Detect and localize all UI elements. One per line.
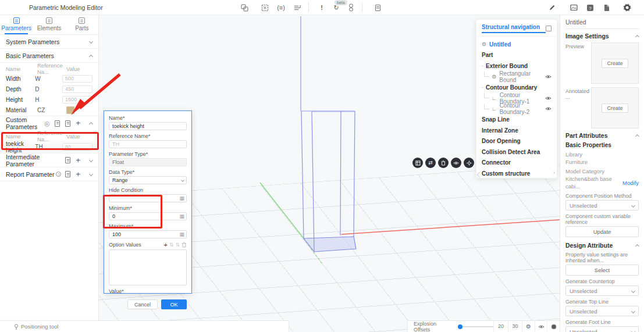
tree-item-internal-zone[interactable]: Internal Zone	[476, 125, 557, 136]
bounding-box-icon[interactable]	[260, 3, 269, 12]
panel-collapse-chevron[interactable]: ›	[553, 170, 555, 176]
slider-track[interactable]	[458, 326, 493, 327]
edit-pencil-icon[interactable]	[547, 3, 557, 12]
add-custom-parameter-button[interactable]: +	[76, 120, 80, 126]
move-up-icon[interactable]: ⇅	[169, 242, 174, 248]
image-export-icon[interactable]	[569, 3, 578, 12]
update-button[interactable]: Update	[565, 226, 639, 237]
tree-item-untitled[interactable]: ⚙ Untitled	[476, 39, 557, 50]
tree-item-snap-line[interactable]: Snap Line	[476, 115, 557, 126]
width-value-input[interactable]	[62, 75, 92, 83]
tree-item-contour-boundary-2[interactable]: ∟ Contour Boundary-2	[476, 103, 557, 115]
tree-item-part[interactable]: Part	[476, 50, 557, 61]
add-report-parameter-button[interactable]: +	[76, 172, 80, 177]
image-settings-header[interactable]: Image Settings	[565, 33, 639, 40]
warning-icon[interactable]: !	[317, 3, 326, 12]
expand-panel-icon[interactable]	[546, 26, 552, 31]
sync-parameter-icon[interactable]: ◎	[44, 120, 49, 127]
export-document-icon[interactable]	[373, 3, 382, 12]
create-annotated-button[interactable]: Create	[602, 103, 628, 113]
add-intermediate-parameter-button[interactable]: +	[76, 158, 80, 163]
tree-item-connector[interactable]: Connector	[476, 158, 557, 169]
height-value-input[interactable]	[62, 96, 92, 103]
tab-elements[interactable]: Elements	[33, 15, 65, 34]
render-settings-button[interactable]	[464, 158, 474, 168]
align-list-icon[interactable]	[293, 3, 302, 12]
material-swatch[interactable]	[66, 106, 74, 114]
create-preview-button[interactable]: Create	[602, 59, 628, 68]
ok-button[interactable]: OK	[161, 299, 187, 309]
swap-button[interactable]: ⇄	[425, 158, 436, 168]
modify-link[interactable]: Modify	[622, 180, 639, 186]
parameter-type-input[interactable]	[109, 158, 187, 166]
section-custom-parameters[interactable]: Custom Parameters ◎ +	[0, 116, 98, 130]
document-icon[interactable]	[602, 3, 611, 12]
maximum-input[interactable]	[109, 230, 187, 238]
delete-option-icon[interactable]	[182, 242, 187, 248]
component-name-field[interactable]: Untitled	[565, 19, 639, 29]
formula-editor-icon[interactable]: ▦	[179, 195, 184, 201]
table-row-toekick-height[interactable]: toekick height TH	[0, 141, 98, 153]
move-down-icon[interactable]: ⇅	[175, 242, 180, 248]
sphere-icon[interactable]	[547, 321, 560, 332]
offset-value-30[interactable]: 30	[508, 321, 522, 332]
visibility-eye-icon[interactable]	[545, 106, 552, 111]
help-icon[interactable]: ?	[585, 3, 595, 12]
visibility-button[interactable]	[451, 158, 461, 168]
delete-button[interactable]	[438, 158, 449, 168]
add-option-button[interactable]: +	[163, 242, 167, 248]
tree-item-door-opening[interactable]: Door Opening	[476, 136, 557, 147]
tree-item-contour-boundary-1[interactable]: ∟ Contour Boundary-1	[476, 93, 557, 104]
structural-navigation-title[interactable]: Structural navigation	[482, 24, 546, 33]
slider-thumb[interactable]	[458, 324, 462, 329]
gear-icon[interactable]: ⚙	[522, 321, 535, 332]
cube-button[interactable]	[412, 158, 423, 168]
formula-editor-icon[interactable]: ▦	[179, 213, 184, 219]
tree-item-exterior-bound[interactable]: - Exterior Bound	[476, 60, 557, 72]
section-intermediate-parameter[interactable]: Intermediate Parameter +	[0, 153, 98, 167]
toekick-value-input[interactable]	[62, 143, 92, 151]
name-input[interactable]	[109, 122, 187, 130]
offset-value-20[interactable]: 20	[493, 321, 508, 332]
hide-condition-input[interactable]	[109, 194, 187, 202]
component-icon[interactable]	[240, 3, 249, 12]
settings-icon[interactable]	[622, 3, 632, 12]
explosion-offset-slider[interactable]	[458, 324, 493, 330]
collapse-dash-icon[interactable]: -	[482, 63, 483, 69]
tree-item-rectangular-bound[interactable]: ⚙ Rectangular Bound	[476, 72, 557, 83]
section-system-parameters[interactable]: System Parameters	[0, 35, 98, 49]
reference-name-input[interactable]	[109, 140, 187, 148]
fit-view-icon[interactable]: (≡)	[276, 3, 286, 12]
generate-countertop-select[interactable]: Unselected	[565, 285, 639, 296]
link-icon[interactable]	[346, 3, 355, 12]
depth-value-input[interactable]	[62, 85, 92, 93]
tab-parts[interactable]: Parts	[66, 15, 98, 34]
select-button[interactable]: Select	[565, 265, 639, 276]
tree-item-custom-structure[interactable]: Custom structure	[476, 168, 557, 179]
import-parameter-icon[interactable]	[65, 171, 70, 177]
data-type-select[interactable]	[109, 176, 187, 184]
export-parameter-icon[interactable]	[65, 120, 70, 127]
generate-foot-line-select[interactable]: Unselected	[565, 326, 639, 332]
section-report-parameter[interactable]: Report Parameter ? +	[0, 167, 98, 181]
cancel-button[interactable]: Cancel	[127, 299, 158, 309]
eye-icon[interactable]	[535, 321, 547, 332]
help-circle-icon[interactable]: ?	[56, 172, 61, 177]
minimum-input[interactable]	[109, 212, 187, 220]
design-attribute-header[interactable]: Design Attribute	[565, 242, 639, 249]
import-parameter-icon[interactable]	[55, 120, 60, 127]
formula-editor-icon[interactable]: ▦	[179, 231, 184, 237]
section-basic-parameters[interactable]: Basic Parameters	[0, 49, 98, 63]
part-attributes-header[interactable]: Part Attributes	[565, 132, 639, 139]
visibility-eye-icon[interactable]	[545, 96, 552, 101]
position-method-select[interactable]: Unselected	[565, 200, 639, 210]
tab-parameters[interactable]: Parameters	[0, 15, 33, 34]
tree-item-contour-boundary[interactable]: - Contour Boundary	[476, 82, 557, 93]
tree-item-collision-detect-area[interactable]: Collision Detect Area	[476, 147, 557, 158]
collapse-dash-icon[interactable]: -	[482, 84, 483, 90]
generate-top-line-select[interactable]: Unselected	[565, 306, 639, 316]
positioning-tool-label[interactable]: Positioning tool	[21, 323, 58, 330]
import-parameter-icon[interactable]	[65, 157, 70, 163]
visibility-eye-icon[interactable]	[545, 74, 552, 79]
option-values-list[interactable]	[109, 249, 187, 285]
